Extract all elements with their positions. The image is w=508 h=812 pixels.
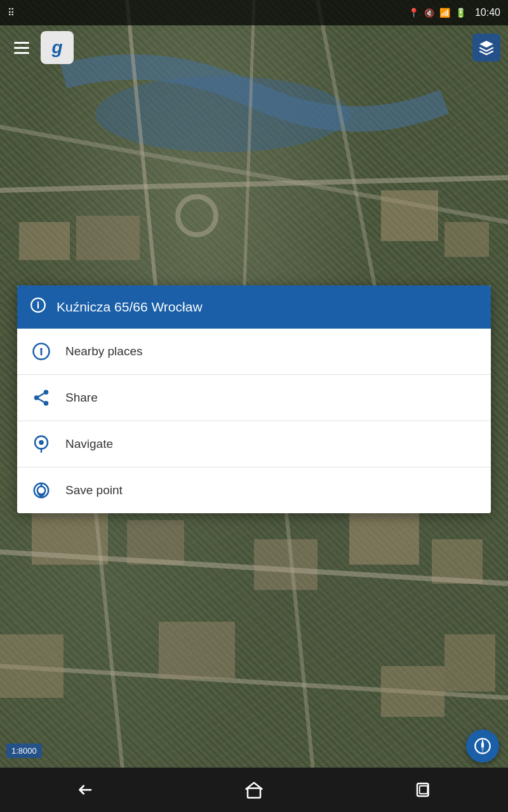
svg-line-32 — [37, 398, 46, 403]
status-icons-right: 📍 🔇 📶 🔋 10:40 — [408, 7, 500, 18]
mute-icon: 🔇 — [424, 8, 434, 18]
hamburger-line-2 — [14, 47, 29, 49]
nearby-icon — [30, 340, 53, 363]
nearby-places-item[interactable]: Nearby places — [17, 329, 491, 375]
menu-button[interactable] — [8, 34, 36, 62]
svg-rect-43 — [419, 786, 427, 794]
location-icon: 📍 — [408, 8, 419, 18]
bottom-nav — [0, 768, 508, 812]
navigate-icon — [30, 433, 53, 455]
svg-rect-19 — [0, 634, 64, 698]
save-point-item[interactable]: Save point — [17, 468, 491, 513]
back-icon — [75, 780, 94, 799]
wifi-icon: 📶 — [439, 8, 450, 18]
nearby-places-label: Nearby places — [65, 344, 142, 358]
notification-icon: ⠿ — [8, 7, 15, 18]
svg-line-16 — [95, 508, 127, 812]
svg-rect-8 — [381, 190, 438, 241]
share-item[interactable]: Share — [17, 375, 491, 421]
svg-rect-9 — [444, 222, 489, 257]
popup-header-info-icon — [30, 297, 46, 317]
popup-header[interactable]: Kuźnicza 65/66 Wrocław — [17, 285, 491, 329]
popup-header-title: Kuźnicza 65/66 Wrocław — [57, 299, 203, 315]
svg-rect-7 — [76, 216, 140, 260]
svg-rect-41 — [248, 789, 260, 798]
save-point-label: Save point — [65, 483, 123, 497]
home-icon — [244, 780, 264, 799]
svg-rect-6 — [19, 222, 70, 260]
navigate-item[interactable]: Navigate — [17, 421, 491, 468]
status-time: 10:40 — [475, 7, 500, 18]
svg-rect-12 — [254, 539, 318, 590]
svg-point-40 — [481, 745, 485, 748]
status-bar-left: ⠿ — [8, 7, 15, 18]
app-logo[interactable]: g — [41, 31, 74, 64]
popup-menu: Kuźnicza 65/66 Wrocław Nearby places Sha… — [17, 285, 491, 513]
svg-rect-21 — [381, 666, 444, 717]
home-button[interactable] — [170, 768, 339, 812]
layers-button[interactable] — [472, 34, 500, 62]
recents-icon — [414, 780, 433, 799]
scale-value: 1:8000 — [11, 746, 37, 756]
hamburger-line-1 — [14, 42, 29, 44]
svg-rect-22 — [444, 634, 495, 691]
svg-point-25 — [37, 302, 39, 303]
recents-button[interactable] — [338, 768, 508, 812]
compass-icon — [474, 737, 491, 755]
svg-rect-13 — [349, 508, 419, 565]
layers-icon — [478, 39, 495, 56]
svg-line-1 — [0, 178, 508, 190]
svg-point-23 — [178, 197, 216, 235]
hamburger-line-3 — [14, 52, 29, 54]
battery-icon: 🔋 — [455, 8, 466, 18]
scale-indicator: 1:8000 — [6, 743, 42, 758]
back-button[interactable] — [0, 768, 170, 812]
top-toolbar: g — [0, 25, 508, 70]
svg-line-31 — [37, 392, 46, 398]
share-icon — [30, 386, 53, 409]
navigate-label: Navigate — [65, 437, 113, 451]
save-point-icon — [30, 479, 53, 502]
share-label: Share — [65, 391, 98, 405]
status-bar: ⠿ 📍 🔇 📶 🔋 10:40 — [0, 0, 508, 25]
svg-point-34 — [39, 440, 44, 445]
navigation-fab[interactable] — [466, 730, 499, 763]
svg-rect-20 — [159, 622, 235, 679]
toolbar-left: g — [8, 31, 74, 64]
